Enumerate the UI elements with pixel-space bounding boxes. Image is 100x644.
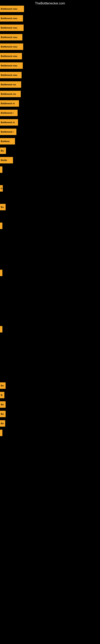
bar-item: Bottleneck resu — [0, 53, 22, 59]
bar-item: Bo — [0, 148, 6, 154]
bar-item: Bottleneck resu — [0, 24, 24, 31]
bar-item: Bottleneck r — [0, 128, 16, 135]
bar-item: Bottleneck r — [0, 110, 18, 116]
bar-item: Bottleneck re — [0, 100, 19, 107]
bar-item: Bottleneck re — [0, 119, 18, 126]
bar-item: Bottleneck res — [0, 81, 21, 88]
bar-item: Bo — [0, 204, 6, 210]
bar-item: Bo — [0, 401, 6, 408]
bar-item: Bottlene — [0, 138, 15, 144]
bar-item: Bottleneck resu — [0, 62, 23, 69]
bar-item: Bottleneck resu — [0, 6, 24, 12]
bar-item: b — [0, 185, 3, 192]
bar-item — [0, 222, 2, 229]
bar-item — [0, 166, 2, 173]
bar-item: Bottleneck resu — [0, 72, 22, 78]
bar-item — [0, 270, 2, 276]
bar-item: Bo — [0, 411, 6, 417]
bar-item — [0, 326, 2, 332]
bar-item: B — [0, 392, 4, 398]
bar-item: Bo — [0, 382, 6, 389]
bar-item: Bottle — [0, 157, 13, 164]
bar-item: Bottleneck res — [0, 91, 21, 97]
bar-item: Bottleneck resu — [0, 44, 23, 50]
bar-item: Bo — [0, 420, 5, 427]
bar-item — [0, 430, 2, 436]
bar-item: Bottleneck resu — [0, 34, 22, 40]
bar-item: Bottleneck resu — [0, 15, 23, 22]
